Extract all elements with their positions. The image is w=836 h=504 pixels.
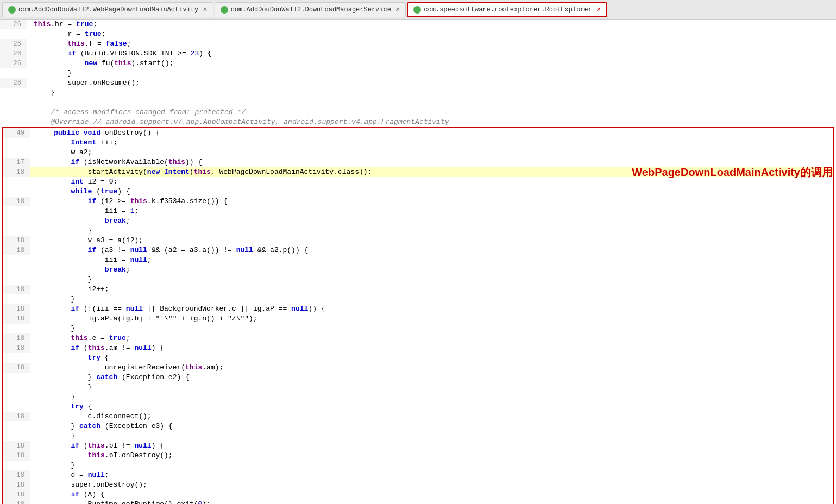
line-num: 18 (3, 412, 30, 421)
line-content: i2++; (30, 285, 833, 294)
line-content: this.e = true; (30, 333, 833, 343)
code-line: int i2 = 0; (3, 177, 833, 187)
tab-webpagemainactivity[interactable]: com.AddDouDouWall2.WebPageDownLoadMainAc… (2, 2, 213, 17)
line-num: 26 (0, 59, 27, 68)
code-top-section: 26 this.br = true; r = true; 26 this.f =… (0, 20, 836, 127)
line-content: /* access modifiers changed from: protec… (27, 108, 836, 117)
line-content: break; (30, 216, 833, 226)
tab-label-2: com.AddDouDouWall2.DownLoadManagerServic… (231, 6, 391, 14)
code-line: 18 this.bI.onDestroy(); (3, 451, 833, 461)
line-content: if (a3 != null && (a2 = a3.a()) != null … (30, 245, 833, 255)
code-line: Intent iii; (3, 138, 833, 148)
line-num: 26 (0, 78, 27, 88)
tab-label-3: com.speedsoftware.rootexplorer.RootExplo… (424, 6, 592, 14)
code-line: iii = 1; (3, 206, 833, 216)
line-content: iii = null; (30, 255, 833, 265)
line-num: 18 (3, 333, 30, 343)
code-line: } (0, 88, 836, 98)
line-num: 18 (3, 490, 30, 500)
code-line: } (3, 461, 833, 470)
code-line: 18 if (this.am != null) { (3, 343, 833, 353)
code-line: } (0, 68, 836, 78)
code-line: } catch (Exception e3) { (3, 421, 833, 431)
line-content: int i2 = 0; (30, 177, 833, 187)
line-num: 18 (3, 480, 30, 490)
line-content: ig.aP.a(ig.bj + " \"" + ig.n() + "/\""); (30, 314, 833, 324)
line-content: Runtime.getRuntime().exit(0); (30, 500, 833, 504)
tab-icon-1 (8, 6, 16, 14)
code-line: 18 c.disconnect(); (3, 412, 833, 421)
code-line: } (3, 431, 833, 441)
code-line: 18 unregisterReceiver(this.am); (3, 363, 833, 373)
line-content: w a2; (30, 148, 833, 158)
line-num: 18 (3, 236, 30, 245)
line-content: if (this.am != null) { (30, 343, 833, 353)
line-content: v a3 = a(i2); (30, 236, 833, 245)
tab-close-3[interactable]: × (596, 6, 601, 14)
line-content: this.f = false; (27, 39, 836, 49)
line-content: public void onDestroy() { (30, 128, 833, 138)
code-line: 18 if (i2 >= this.k.f3534a.size()) { (3, 197, 833, 206)
line-num: 26 (0, 20, 27, 29)
tab-close-1[interactable]: × (203, 6, 207, 14)
line-content: r = true; (27, 29, 836, 39)
code-line: try { (3, 353, 833, 363)
line-content: } (30, 431, 833, 441)
line-content: if (A) { (30, 490, 833, 500)
tab-bar: com.AddDouDouWall2.WebPageDownLoadMainAc… (0, 0, 836, 20)
code-line: iii = null; (3, 255, 833, 265)
tab-rootexplorer[interactable]: com.speedsoftware.rootexplorer.RootExplo… (407, 2, 607, 17)
line-num: 18 (3, 363, 30, 373)
line-content: super.onResume(); (27, 78, 836, 88)
code-line: 18 ig.aP.a(ig.bj + " \"" + ig.n() + "/\"… (3, 314, 833, 324)
tab-close-2[interactable]: × (395, 6, 400, 14)
line-content: } catch (Exception e2) { (30, 373, 833, 382)
code-line: /* access modifiers changed from: protec… (0, 108, 836, 117)
line-num: 26 (0, 49, 27, 59)
line-content: super.onDestroy(); (30, 480, 833, 490)
code-line: } (3, 392, 833, 402)
line-num: 18 (3, 197, 30, 206)
startactivity-line: 18 startActivity(new Intent(this, WebPag… (3, 167, 833, 177)
code-line: } (3, 275, 833, 285)
line-content: break; (30, 265, 833, 275)
line-content: c.disconnect(); (30, 412, 833, 421)
line-num: 26 (0, 39, 27, 49)
code-line: 26 new fu(this).start(); (0, 59, 836, 68)
line-content: iii = 1; (30, 206, 833, 216)
line-content: } (30, 461, 833, 470)
line-content: unregisterReceiver(this.am); (30, 363, 833, 373)
line-content: this.bI.onDestroy(); (30, 451, 833, 461)
tab-downloadmanager[interactable]: com.AddDouDouWall2.DownLoadManagerServic… (215, 2, 406, 17)
code-line (0, 98, 836, 108)
line-content: if (this.bI != null) { (30, 441, 833, 451)
line-content: if (i2 >= this.k.f3534a.size()) { (30, 197, 833, 206)
code-line: @Override // android.support.v7.app.AppC… (0, 117, 836, 127)
code-line: 18 d = null; (3, 470, 833, 480)
line-num: 18 (3, 441, 30, 451)
code-line: 18 i2++; (3, 285, 833, 294)
code-line: 18 Runtime.getRuntime().exit(0); (3, 500, 833, 504)
line-num: 18 (3, 167, 30, 177)
tab-label-1: com.AddDouDouWall2.WebPageDownLoadMainAc… (18, 6, 198, 14)
line-content: new fu(this).start(); (27, 59, 836, 68)
code-line: 26 this.f = false; (0, 39, 836, 49)
code-line: try { (3, 402, 833, 412)
line-num: 18 (3, 304, 30, 314)
line-content: } (27, 68, 836, 78)
code-line: r = true; (0, 29, 836, 39)
line-num: 18 (3, 245, 30, 255)
line-content: if (!(iii == null || BackgroundWorker.c … (30, 304, 833, 314)
code-line: 18 super.onDestroy(); (3, 480, 833, 490)
line-content: this.br = true; (27, 20, 836, 29)
tab-icon-3 (413, 6, 421, 14)
code-line: } (3, 226, 833, 236)
line-content: try { (30, 353, 833, 363)
code-line: break; (3, 265, 833, 275)
code-line: } (3, 382, 833, 392)
line-num: 18 (3, 470, 30, 480)
line-content: } (30, 324, 833, 333)
line-content: } (30, 275, 833, 285)
line-num: 18 (3, 285, 30, 294)
line-num: 18 (3, 500, 30, 504)
